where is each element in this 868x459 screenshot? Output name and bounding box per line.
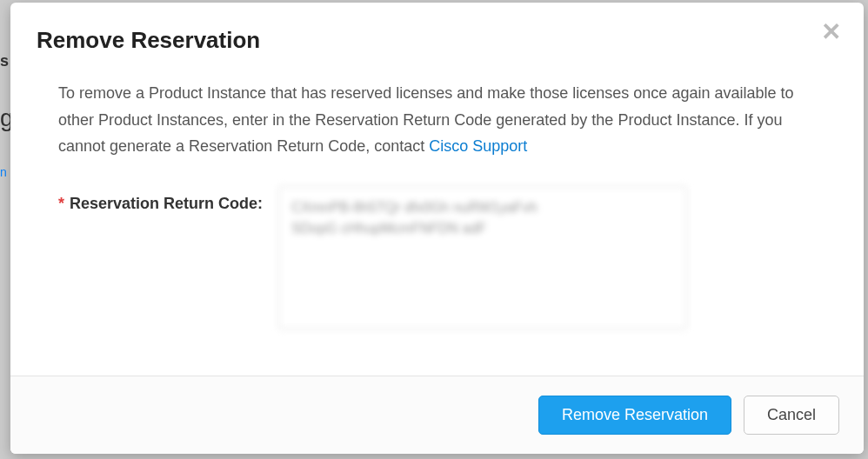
backdrop-letter-s: s [0,52,9,70]
modal-footer: Remove Reservation Cancel [10,376,864,454]
close-icon[interactable]: ✕ [821,20,841,44]
field-label-container: * Reservation Return Code: [58,186,263,213]
modal-title: Remove Reservation [37,27,829,54]
modal-body: To remove a Product Instance that has re… [10,71,864,376]
modal-description: To remove a Product Instance that has re… [58,80,816,160]
description-text: To remove a Product Instance that has re… [58,84,794,155]
modal-header: Remove Reservation ✕ [10,3,864,71]
remove-reservation-modal: Remove Reservation ✕ To remove a Product… [10,3,864,454]
return-code-label: Reservation Return Code: [70,195,263,213]
cancel-button[interactable]: Cancel [744,396,839,435]
return-code-row: * Reservation Return Code: CXmnPB-8h5TQr… [58,186,816,329]
return-code-input[interactable]: CXmnPB-8h5TQr dfx0Gh nuRW1yaFvh SDopG cH… [278,186,687,329]
remove-reservation-button[interactable]: Remove Reservation [538,396,731,435]
required-asterisk: * [58,195,64,213]
backdrop-letter-n: n [0,165,7,179]
cisco-support-link[interactable]: Cisco Support [429,137,527,155]
